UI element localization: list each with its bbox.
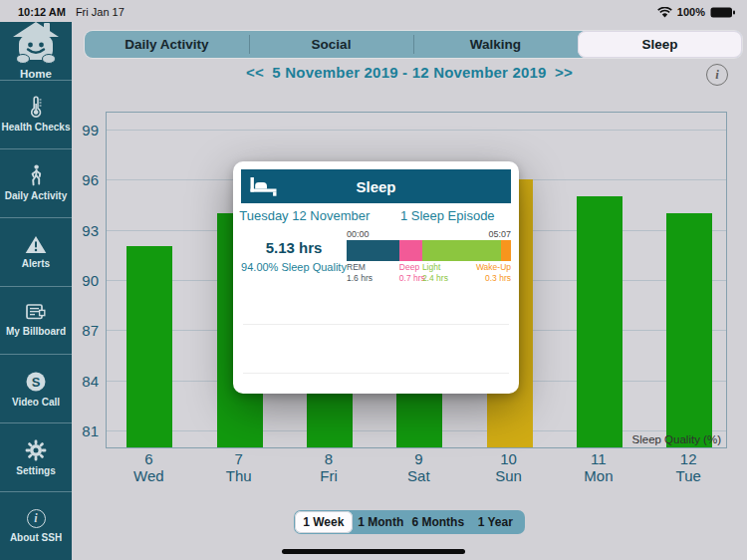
popup-date: Tuesday 12 November bbox=[233, 208, 376, 223]
stage-hours-label: 1.6 hrs bbox=[347, 273, 373, 283]
range-option-1-week[interactable]: 1 Week bbox=[295, 511, 353, 533]
date-range-label: 5 November 2019 - 12 November 2019 bbox=[272, 64, 546, 81]
sleep-popup: Sleep Tuesday 12 November 1 Sleep Episod… bbox=[233, 161, 519, 394]
range-option-1-month[interactable]: 1 Month bbox=[353, 511, 410, 533]
stage-hours-label: 0.7 hrs bbox=[399, 273, 425, 283]
sidebar: Home Health Checks bbox=[0, 22, 72, 560]
battery-icon bbox=[710, 7, 735, 18]
sleep-quality: 94.00% Sleep Quality bbox=[241, 261, 347, 273]
status-time: 10:12 AM bbox=[18, 6, 66, 18]
svg-text:S: S bbox=[32, 374, 41, 389]
stage-hours-label: 2.4 hrs bbox=[422, 273, 448, 283]
sidebar-item-settings[interactable]: Settings bbox=[0, 422, 72, 491]
sidebar-item-label: My Billboard bbox=[6, 326, 66, 337]
info-circle-icon: i bbox=[27, 509, 46, 528]
stage-name-label: Wake-Up bbox=[476, 262, 511, 272]
sidebar-item-label: About SSH bbox=[10, 532, 62, 543]
wifi-icon bbox=[657, 7, 672, 18]
tab-sleep[interactable]: Sleep bbox=[578, 31, 742, 58]
billboard-icon bbox=[26, 304, 46, 322]
sidebar-item-label: Video Call bbox=[12, 397, 60, 408]
sleep-stage-bar bbox=[347, 240, 511, 261]
chart-x-labels: 6Wed7Thu8Fri9Sat10Sun11Mon12Tue bbox=[106, 450, 725, 490]
chart-axis-title: Sleep Quality (%) bbox=[632, 433, 721, 445]
status-date: Fri Jan 17 bbox=[76, 6, 124, 18]
x-axis-label: 10Sun bbox=[464, 450, 554, 484]
battery-percent: 100% bbox=[677, 6, 705, 18]
stage-name-label: REM bbox=[347, 262, 366, 272]
sleep-stage-segment-rem bbox=[347, 240, 399, 261]
timeline-start: 00:00 bbox=[347, 229, 370, 239]
sleep-popup-header: Sleep bbox=[241, 169, 511, 203]
popup-divider bbox=[243, 373, 509, 374]
stage-hours-label: 0.3 hrs bbox=[485, 273, 511, 283]
sleep-stage-segment-light bbox=[422, 240, 501, 261]
sidebar-item-label: Daily Activity bbox=[5, 190, 67, 201]
home-indicator[interactable] bbox=[282, 549, 465, 554]
tab-daily-activity[interactable]: Daily Activity bbox=[85, 31, 249, 58]
gear-icon bbox=[25, 439, 47, 461]
tab-bar: Daily Activity Social Walking Sleep bbox=[85, 31, 742, 58]
sidebar-item-home[interactable]: Home bbox=[0, 22, 72, 80]
tab-social[interactable]: Social bbox=[249, 31, 413, 58]
sidebar-item-label: Home bbox=[20, 68, 52, 80]
chart-bar-11-mon[interactable] bbox=[577, 196, 622, 447]
chart-bar-12-tue[interactable] bbox=[666, 213, 712, 447]
sidebar-item-my-billboard[interactable]: My Billboard bbox=[0, 286, 72, 355]
sleep-stage-names: REMDeepLightWake-Up bbox=[347, 261, 511, 272]
sleep-stage-segment-deep bbox=[399, 240, 422, 261]
walking-person-icon bbox=[27, 164, 45, 186]
x-axis-label: 7Thu bbox=[194, 450, 284, 484]
x-axis-label: 8Fri bbox=[284, 450, 374, 484]
stage-name-label: Deep bbox=[399, 262, 419, 272]
stage-name-label: Light bbox=[422, 262, 440, 272]
sleep-duration: 5.13 hrs bbox=[241, 239, 347, 256]
x-axis-label: 9Sat bbox=[374, 450, 463, 484]
info-button[interactable]: i bbox=[706, 64, 728, 86]
tab-walking[interactable]: Walking bbox=[413, 31, 578, 58]
skype-icon: S bbox=[25, 371, 47, 393]
range-option-1-year[interactable]: 1 Year bbox=[467, 511, 525, 533]
sidebar-item-label: Settings bbox=[16, 465, 55, 476]
chart-bar-6-wed[interactable] bbox=[126, 246, 172, 447]
thermometer-icon bbox=[26, 96, 46, 118]
x-axis-label: 6Wed bbox=[104, 450, 193, 484]
sidebar-item-health-checks[interactable]: Health Checks bbox=[0, 80, 72, 148]
sleep-timeline: 00:00 05:07 REMDeepLightWake-Up 1.6 hrs0… bbox=[347, 227, 511, 283]
sidebar-item-alerts[interactable]: Alerts bbox=[0, 217, 72, 286]
range-option-6-months[interactable]: 6 Months bbox=[409, 511, 467, 533]
date-range-nav: << 5 November 2019 - 12 November 2019 >> bbox=[72, 64, 747, 81]
prev-week-button[interactable]: << bbox=[242, 64, 268, 81]
home-icon bbox=[13, 22, 59, 64]
sidebar-item-label: Health Checks bbox=[2, 122, 71, 133]
popup-episodes: 1 Sleep Episode bbox=[376, 208, 520, 223]
alert-triangle-icon bbox=[25, 235, 47, 254]
sleep-stage-segment-wake-up bbox=[501, 240, 511, 261]
status-bar: 10:12 AM Fri Jan 17 100% bbox=[0, 0, 747, 22]
gridline bbox=[107, 130, 726, 131]
x-axis-label: 11Mon bbox=[554, 450, 643, 484]
sleep-stage-hours: 1.6 hrs0.7 hrs2.4 hrs0.3 hrs bbox=[347, 272, 511, 283]
next-week-button[interactable]: >> bbox=[551, 64, 577, 81]
sidebar-item-daily-activity[interactable]: Daily Activity bbox=[0, 148, 72, 217]
x-axis-label: 12Tue bbox=[643, 450, 733, 484]
sidebar-item-about-ssh[interactable]: i About SSH bbox=[0, 491, 72, 560]
popup-title: Sleep bbox=[241, 178, 511, 195]
sidebar-item-label: Alerts bbox=[22, 258, 50, 269]
popup-divider bbox=[243, 324, 509, 325]
sidebar-item-video-call[interactable]: S Video Call bbox=[0, 354, 72, 422]
range-selector: 1 Week 1 Month 6 Months 1 Year bbox=[294, 510, 525, 534]
timeline-end: 05:07 bbox=[488, 229, 511, 239]
